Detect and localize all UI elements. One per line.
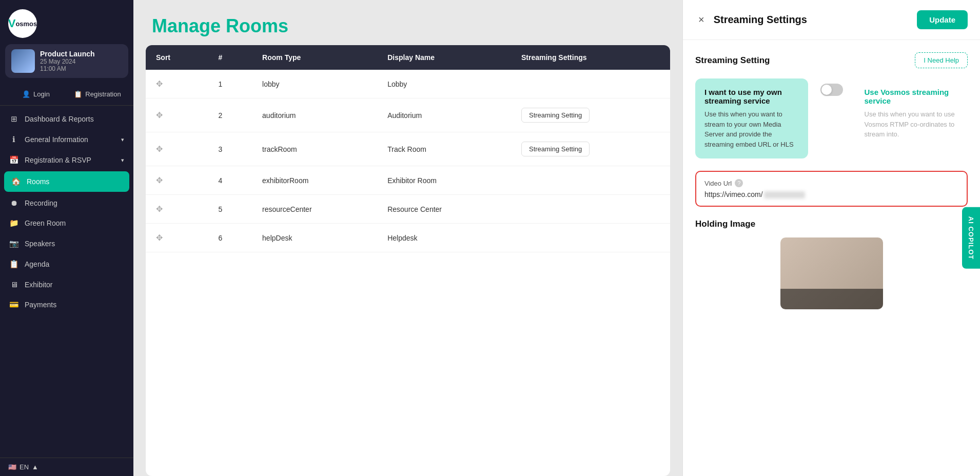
sidebar-item-payments[interactable]: 💳 Payments: [0, 294, 133, 315]
i-need-help-button[interactable]: I Need Help: [915, 52, 968, 68]
vosmos-service-desc: Use this when you want to use Vosmos RTM…: [865, 109, 959, 140]
sidebar-item-green-room[interactable]: 📁 Green Room: [0, 213, 133, 233]
sidebar-item-exhibitor[interactable]: 🖥 Exhibitor: [0, 274, 133, 294]
sidebar: Vosmos Product Launch 25 May 2024 11:00 …: [0, 0, 133, 476]
display-name: Auditorium: [377, 98, 511, 132]
holding-image-section: Holding Image: [695, 219, 968, 309]
table-row[interactable]: ✥ 3 trackRoom Track Room Streaming Setti…: [146, 132, 670, 166]
toggle-area: [816, 78, 847, 101]
panel-header: × Streaming Settings Update: [683, 0, 980, 40]
registration-button[interactable]: 📋 Registration: [67, 86, 128, 102]
room-type: lobby: [252, 70, 377, 98]
chevron-down-icon: ▾: [121, 136, 124, 143]
holding-image-preview[interactable]: [780, 237, 883, 309]
video-url-label: Video Url ?: [704, 179, 958, 187]
page-title: Manage Rooms: [152, 15, 664, 37]
login-button[interactable]: 👤 Login: [5, 86, 67, 102]
streaming-toggle[interactable]: [820, 84, 843, 96]
event-info: Product Launch 25 May 2024 11:00 AM: [40, 50, 95, 72]
video-url-value: https://vimeo.com/: [704, 190, 958, 199]
sidebar-nav: ⊞ Dashboard & Reports ℹ General Informat…: [0, 109, 133, 476]
video-url-help-icon[interactable]: ?: [735, 179, 743, 187]
own-service-title: I want to use my own streaming service: [704, 88, 799, 105]
table-row[interactable]: ✥ 2 auditorium Auditorium Streaming Sett…: [146, 98, 670, 132]
drag-handle-icon[interactable]: ✥: [156, 205, 163, 213]
dashboard-icon: ⊞: [9, 114, 18, 124]
table-row[interactable]: ✥ 4 exhibitorRoom Exhibitor Room: [146, 166, 670, 195]
drag-handle-icon[interactable]: ✥: [156, 80, 163, 88]
green-room-icon: 📁: [9, 219, 18, 228]
sidebar-item-recording[interactable]: ⏺ Recording: [0, 193, 133, 213]
table-row[interactable]: ✥ 1 lobby Lobby: [146, 70, 670, 98]
rooms-table: Sort # Room Type Display Name Streaming …: [146, 45, 670, 252]
sidebar-item-speakers[interactable]: 📷 Speakers: [0, 233, 133, 254]
page-header: Manage Rooms: [133, 0, 682, 45]
event-name: Product Launch: [40, 50, 95, 58]
display-name: Track Room: [377, 132, 511, 166]
panel-title-row: × Streaming Settings: [695, 13, 807, 27]
sidebar-item-general-info[interactable]: ℹ General Information ▾: [0, 129, 133, 150]
row-num: 6: [208, 224, 252, 252]
sidebar-actions: 👤 Login 📋 Registration: [0, 83, 133, 106]
section-header-row: Streaming Setting I Need Help: [695, 52, 968, 68]
video-url-box: Video Url ? https://vimeo.com/: [695, 171, 968, 207]
drag-handle-icon[interactable]: ✥: [156, 145, 163, 153]
registration-icon: 📋: [74, 90, 82, 98]
streaming-options: I want to use my own streaming service U…: [695, 78, 968, 158]
sidebar-item-agenda[interactable]: 📋 Agenda: [0, 254, 133, 274]
close-button[interactable]: ×: [695, 13, 708, 27]
drag-handle-icon[interactable]: ✥: [156, 111, 163, 120]
speakers-icon: 📷: [9, 239, 18, 248]
room-type: resourceCenter: [252, 195, 377, 224]
language-selector[interactable]: 🇺🇸 EN ▲: [0, 458, 133, 476]
logo-icon: Vosmos: [8, 9, 37, 38]
room-type: helpDesk: [252, 224, 377, 252]
display-name: Exhibitor Room: [377, 166, 511, 195]
drag-handle-cell: ✥: [146, 98, 208, 132]
row-num: 2: [208, 98, 252, 132]
rooms-table-container: Sort # Room Type Display Name Streaming …: [146, 45, 670, 476]
display-name: Helpdesk: [377, 224, 511, 252]
room-type: trackRoom: [252, 132, 377, 166]
sidebar-item-dashboard[interactable]: ⊞ Dashboard & Reports: [0, 109, 133, 129]
logo-area: Vosmos: [0, 0, 133, 44]
col-room-type: Room Type: [252, 45, 377, 70]
streaming-setting-cell: [511, 70, 670, 98]
drag-handle-icon[interactable]: ✥: [156, 176, 163, 185]
update-button[interactable]: Update: [917, 10, 968, 29]
streaming-setting-button[interactable]: Streaming Setting: [521, 142, 590, 156]
row-num: 3: [208, 132, 252, 166]
streaming-setting-button[interactable]: Streaming Setting: [521, 108, 590, 123]
exhibitor-icon: 🖥: [9, 280, 18, 289]
vosmos-service-option[interactable]: Use Vosmos streaming service Use this wh…: [855, 78, 968, 149]
streaming-setting-cell: [511, 195, 670, 224]
flag-icon: 🇺🇸: [8, 463, 16, 471]
sidebar-item-rooms[interactable]: 🏠 Rooms: [4, 171, 129, 192]
table-row[interactable]: ✥ 6 helpDesk Helpdesk: [146, 224, 670, 252]
col-num: #: [208, 45, 252, 70]
streaming-setting-cell: Streaming Setting: [511, 132, 670, 166]
streaming-settings-panel: × Streaming Settings Update Streaming Se…: [682, 0, 980, 476]
streaming-setting-cell: [511, 166, 670, 195]
event-date: 25 May 2024: [40, 58, 95, 65]
panel-title: Streaming Settings: [714, 14, 807, 26]
chevron-up-icon: ▲: [32, 463, 38, 471]
login-icon: 👤: [22, 90, 30, 98]
ai-copilot-tab[interactable]: AI COPILOT: [962, 207, 980, 269]
display-name: Lobby: [377, 70, 511, 98]
table-row[interactable]: ✥ 5 resourceCenter Resource Center: [146, 195, 670, 224]
own-service-desc: Use this when you want to stream to your…: [704, 109, 799, 149]
main-content: Manage Rooms Sort # Room Type Display Na…: [133, 0, 682, 476]
own-service-card[interactable]: I want to use my own streaming service U…: [695, 78, 808, 158]
drag-handle-cell: ✥: [146, 132, 208, 166]
sidebar-item-registration[interactable]: 📅 Registration & RSVP ▾: [0, 150, 133, 170]
room-type: auditorium: [252, 98, 377, 132]
drag-handle-cell: ✥: [146, 70, 208, 98]
drag-handle-cell: ✥: [146, 224, 208, 252]
streaming-setting-cell: [511, 224, 670, 252]
chevron-down-icon: ▾: [121, 157, 124, 164]
drag-handle-cell: ✥: [146, 166, 208, 195]
event-card[interactable]: Product Launch 25 May 2024 11:00 AM: [5, 44, 128, 78]
url-blurred-part: [764, 191, 805, 199]
drag-handle-icon[interactable]: ✥: [156, 233, 163, 242]
